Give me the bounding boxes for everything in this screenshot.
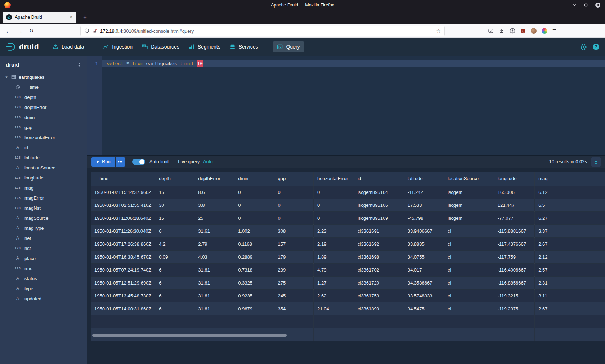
table-cell[interactable]: 0.2889 [234, 250, 274, 263]
table-cell[interactable]: 0 [234, 199, 274, 211]
sidebar-column-nst[interactable]: 123nst [0, 243, 87, 253]
table-cell[interactable]: 30 [155, 199, 194, 211]
table-cell[interactable]: -115.8881667 [494, 224, 535, 237]
column-header-mag[interactable]: mag [535, 172, 605, 186]
table-cell[interactable]: 1950-01-05T12:51:29.690Z [91, 276, 155, 289]
url-text[interactable]: 172.18.0.4:30109/unified-console.html#qu… [100, 28, 194, 34]
forward-icon[interactable]: → [15, 26, 24, 36]
new-tab-button[interactable]: + [80, 12, 90, 22]
help-button[interactable]: ? [593, 44, 599, 50]
table-cell[interactable]: ci [444, 263, 494, 276]
table-cell[interactable]: -11.242 [404, 186, 444, 199]
sidebar-column-longitude[interactable]: 123longitude [0, 173, 87, 183]
table-cell[interactable]: iscgem [444, 211, 494, 224]
table-cell[interactable]: 1950-01-05T14:00:31.860Z [91, 302, 155, 315]
column-header-gap[interactable]: gap [274, 172, 314, 186]
table-cell[interactable]: 4.79 [314, 263, 354, 276]
live-query-value[interactable]: Auto [203, 159, 213, 164]
table-cell[interactable]: 31.61 [194, 276, 234, 289]
table-cell[interactable]: 239 [274, 263, 314, 276]
table-cell[interactable]: ci3361890 [354, 302, 404, 315]
table-cell[interactable]: 1950-01-03T02:51:55.410Z [91, 199, 155, 211]
table-cell[interactable]: 33.5748333 [404, 289, 444, 302]
table-cell[interactable]: 1.002 [234, 224, 274, 237]
table-cell[interactable]: 0.9679 [234, 302, 274, 315]
table-cell[interactable]: 6 [155, 224, 194, 237]
column-header-latitude[interactable]: latitude [404, 172, 444, 186]
table-cell[interactable]: 0 [314, 199, 354, 211]
sidebar-column-updated[interactable]: Aupdated [0, 294, 87, 304]
table-cell[interactable]: ci3361753 [354, 289, 404, 302]
table-cell[interactable]: 31.61 [194, 289, 234, 302]
run-button[interactable]: Run [91, 157, 115, 167]
tab-apache-druid[interactable]: Apache Druid × [3, 12, 76, 23]
table-cell[interactable]: 1950-01-02T15:14:37.960Z [91, 186, 155, 199]
table-cell[interactable]: 2.79 [194, 237, 234, 250]
table-cell[interactable]: 2.19 [314, 237, 354, 250]
table-cell[interactable]: 6 [155, 263, 194, 276]
table-cell[interactable]: 308 [274, 224, 314, 237]
table-cell[interactable]: 34.017 [404, 263, 444, 276]
table-cell[interactable]: 31.61 [194, 224, 234, 237]
table-cell[interactable]: 0.3325 [234, 276, 274, 289]
account-icon[interactable] [510, 28, 515, 34]
table-cell[interactable]: 31.61 [194, 263, 234, 276]
table-cell[interactable]: 0 [314, 186, 354, 199]
sidebar-column-id[interactable]: Aid [0, 142, 87, 153]
nav-ingestion[interactable]: Ingestion [99, 41, 136, 52]
table-cell[interactable]: 34.5475 [404, 302, 444, 315]
download-results-button[interactable] [591, 157, 601, 167]
table-cell[interactable]: 31.61 [194, 302, 234, 315]
datasource-earthquakes[interactable]: ▾ earthquakes [0, 72, 87, 82]
nav-datasources[interactable]: Datasources [138, 41, 183, 52]
table-cell[interactable]: 1950-01-03T11:06:28.640Z [91, 211, 155, 224]
table-cell[interactable]: 1950-01-03T17:26:38.860Z [91, 237, 155, 250]
table-cell[interactable]: -119.2375 [494, 302, 535, 315]
table-cell[interactable]: 275 [274, 276, 314, 289]
back-icon[interactable]: ← [4, 26, 13, 36]
nav-load-data[interactable]: Load data [49, 41, 88, 52]
maximize-icon[interactable] [583, 3, 588, 8]
table-cell[interactable]: -119.3215 [494, 289, 535, 302]
table-cell[interactable]: 0.09 [155, 250, 194, 263]
table-cell[interactable]: 6 [155, 302, 194, 315]
column-header-__time[interactable]: __time [91, 172, 155, 186]
sidebar-column-place[interactable]: Aplace [0, 253, 87, 263]
table-cell[interactable]: 6.12 [535, 186, 605, 199]
table-cell[interactable]: 2.31 [535, 276, 605, 289]
bookmark-star-icon[interactable]: ☆ [436, 28, 441, 34]
table-cell[interactable]: 2.12 [535, 250, 605, 263]
url-bar[interactable]: 172.18.0.4:30109/unified-console.html#qu… [81, 26, 444, 36]
table-cell[interactable]: 354 [274, 302, 314, 315]
sidebar-column-mag[interactable]: 123mag [0, 183, 87, 193]
table-cell[interactable]: 2.23 [314, 224, 354, 237]
table-cell[interactable]: 6 [155, 289, 194, 302]
sidebar-column-depth[interactable]: 123depth [0, 92, 87, 102]
sidebar-column-rms[interactable]: 123rms [0, 263, 87, 273]
sidebar-column-latitude[interactable]: 123latitude [0, 153, 87, 163]
column-header-depthError[interactable]: depthError [194, 172, 234, 186]
table-cell[interactable]: 0.1168 [234, 237, 274, 250]
horizontal-scrollbar[interactable] [92, 334, 287, 337]
table-cell[interactable]: 0 [314, 211, 354, 224]
shield-icon[interactable] [84, 28, 89, 33]
table-cell[interactable]: 21.04 [314, 302, 354, 315]
table-cell[interactable]: ci [444, 224, 494, 237]
table-cell[interactable]: 4.03 [194, 250, 234, 263]
ublock-icon[interactable] [520, 28, 526, 34]
sidebar-column-magType[interactable]: AmagType [0, 223, 87, 233]
sidebar-column-locationSource[interactable]: AlocationSource [0, 163, 87, 173]
table-cell[interactable]: 0 [274, 186, 314, 199]
table-cell[interactable]: 6.27 [535, 211, 605, 224]
run-more-button[interactable] [116, 157, 125, 167]
table-cell[interactable]: 34.0755 [404, 250, 444, 263]
table-cell[interactable]: 1950-01-05T07:24:19.740Z [91, 263, 155, 276]
sidebar-column-magSource[interactable]: AmagSource [0, 213, 87, 223]
column-header-dmin[interactable]: dmin [234, 172, 274, 186]
close-icon[interactable] [595, 2, 601, 8]
table-cell[interactable]: iscgem895109 [354, 211, 404, 224]
table-cell[interactable]: iscgem [444, 186, 494, 199]
table-cell[interactable]: 33.8885 [404, 237, 444, 250]
sidebar-column-depthError[interactable]: 123depthError [0, 102, 87, 112]
sidebar-column-status[interactable]: Astatus [0, 273, 87, 283]
